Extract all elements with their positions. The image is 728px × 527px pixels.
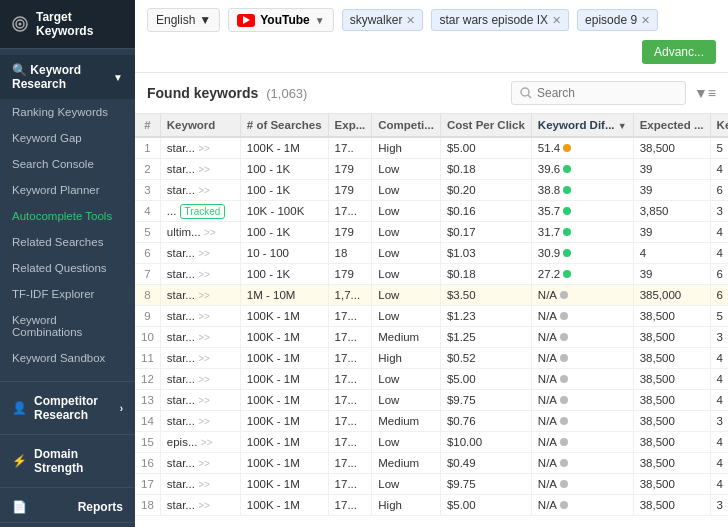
keyword-text: star...	[167, 184, 195, 196]
expand-arrows[interactable]: >>	[198, 248, 210, 259]
tag-star-wars-ix-close[interactable]: ✕	[552, 15, 561, 26]
filter-icon[interactable]: ▼≡	[694, 85, 716, 101]
source-dropdown-arrow: ▼	[315, 15, 325, 26]
expand-arrows[interactable]: >>	[198, 416, 210, 427]
expand-arrows[interactable]: >>	[198, 395, 210, 406]
sidebar-item-related-questions[interactable]: Related Questions	[0, 255, 135, 281]
cell-cpc: $3.50	[440, 285, 531, 306]
kd-dot	[560, 333, 568, 341]
cell-cpc: $5.00	[440, 137, 531, 159]
expand-arrows[interactable]: >>	[198, 311, 210, 322]
cell-comp: High	[372, 137, 441, 159]
expand-arrows[interactable]: >>	[198, 374, 210, 385]
cell-kd: 39.6	[531, 159, 633, 180]
col-header-cpc[interactable]: Cost Per Click	[440, 114, 531, 137]
expand-arrows[interactable]: >>	[198, 479, 210, 490]
expand-arrows[interactable]: >>	[198, 290, 210, 301]
keyword-text: star...	[167, 457, 195, 469]
cell-exp: 179	[328, 180, 372, 201]
expand-arrows[interactable]: >>	[198, 143, 210, 154]
sidebar-section-label: 🔍 Keyword Research	[12, 63, 106, 91]
keyword-combinations-label: Keyword Combinations	[12, 314, 123, 338]
cell-searches: 100K - 1M	[240, 453, 328, 474]
table-row: 9 star... >> 100K - 1M 17... Low $1.23 N…	[135, 306, 728, 327]
col-header-expected[interactable]: Expected ...	[633, 114, 710, 137]
cell-keyword: star... >>	[160, 159, 240, 180]
cell-cpc: $0.76	[440, 411, 531, 432]
expand-arrows[interactable]: >>	[201, 437, 213, 448]
keywords-table-wrap: # Keyword # of Searches Exp... Competi..…	[135, 114, 728, 527]
expand-arrows[interactable]: >>	[198, 332, 210, 343]
source-selector[interactable]: YouTube ▼	[228, 8, 333, 32]
table-row: 3 star... >> 100 - 1K 179 Low $0.20 38.8…	[135, 180, 728, 201]
cell-comp: Low	[372, 432, 441, 453]
sidebar-section-reports[interactable]: 📄 Reports	[0, 492, 135, 522]
sidebar-section-competitor-research[interactable]: 👤 Competitor Research ›	[0, 386, 135, 430]
sidebar-item-ranking-keywords[interactable]: Ranking Keywords	[0, 99, 135, 125]
cell-kd: 51.4	[531, 137, 633, 159]
col-header-kd[interactable]: Keyword Dif... ▼	[531, 114, 633, 137]
keyword-text: ultim...	[167, 226, 201, 238]
expand-arrows[interactable]: >>	[198, 500, 210, 511]
advance-button[interactable]: Advanc...	[642, 40, 716, 64]
cell-keyword: star... >>	[160, 390, 240, 411]
cell-exp: 179	[328, 159, 372, 180]
cell-expected: 4	[633, 243, 710, 264]
sidebar-section-domain-strength[interactable]: ⚡ Domain Strength	[0, 439, 135, 483]
expand-arrows[interactable]: >>	[198, 164, 210, 175]
svg-line-4	[528, 95, 531, 98]
search-box[interactable]	[511, 81, 686, 105]
tag-skywalker[interactable]: skywalker ✕	[342, 9, 424, 31]
tag-episode-9[interactable]: episode 9 ✕	[577, 9, 658, 31]
cell-exp: 179	[328, 264, 372, 285]
sidebar-item-autocomplete-tools[interactable]: Autocomplete Tools	[0, 203, 135, 229]
cell-cpc: $0.20	[440, 180, 531, 201]
sidebar-item-tf-idf-explorer[interactable]: TF-IDF Explorer	[0, 281, 135, 307]
col-header-comp[interactable]: Competi...	[372, 114, 441, 137]
cell-keyword: ... Tracked	[160, 201, 240, 222]
expand-arrows[interactable]: >>	[204, 227, 216, 238]
expand-arrows[interactable]: >>	[198, 269, 210, 280]
sidebar-item-keyword-planner[interactable]: Keyword Planner	[0, 177, 135, 203]
expand-arrows[interactable]: >>	[198, 185, 210, 196]
search-input[interactable]	[537, 86, 677, 100]
cell-num: 13	[135, 390, 160, 411]
sidebar-item-no-running-tasks: No running tasks	[0, 523, 135, 527]
tag-star-wars-ix[interactable]: star wars episode IX ✕	[431, 9, 569, 31]
cell-comp: Low	[372, 201, 441, 222]
cell-cpc: $0.18	[440, 159, 531, 180]
col-header-exp[interactable]: Exp...	[328, 114, 372, 137]
cell-kl: 4	[710, 369, 728, 390]
sidebar-item-keyword-sandbox[interactable]: Keyword Sandbox	[0, 345, 135, 371]
tag-skywalker-close[interactable]: ✕	[406, 15, 415, 26]
cell-exp: 179	[328, 222, 372, 243]
cell-comp: Low	[372, 390, 441, 411]
cell-exp: 17...	[328, 369, 372, 390]
language-label: English	[156, 13, 195, 27]
keyword-text: star...	[167, 394, 195, 406]
cell-kd: N/A	[531, 348, 633, 369]
sidebar-item-keyword-combinations[interactable]: Keyword Combinations	[0, 307, 135, 345]
cell-cpc: $1.25	[440, 327, 531, 348]
expand-arrows[interactable]: >>	[198, 353, 210, 364]
sidebar-item-keyword-gap[interactable]: Keyword Gap	[0, 125, 135, 151]
table-row: 13 star... >> 100K - 1M 17... Low $9.75 …	[135, 390, 728, 411]
cell-kl: 3	[710, 495, 728, 516]
tracked-badge: Tracked	[180, 204, 226, 219]
cell-cpc: $9.75	[440, 390, 531, 411]
col-header-keyword[interactable]: Keyword	[160, 114, 240, 137]
topbar: English ▼ YouTube ▼ skywalker ✕ star war…	[135, 0, 728, 73]
cell-cpc: $0.17	[440, 222, 531, 243]
tag-episode-9-close[interactable]: ✕	[641, 15, 650, 26]
cell-kd: 27.2	[531, 264, 633, 285]
table-row: 17 star... >> 100K - 1M 17... Low $9.75 …	[135, 474, 728, 495]
language-selector[interactable]: English ▼	[147, 8, 220, 32]
target-icon	[12, 16, 28, 32]
sidebar-section-keyword-research[interactable]: 🔍 Keyword Research ▼	[0, 55, 135, 99]
table-row: 14 star... >> 100K - 1M 17... Medium $0.…	[135, 411, 728, 432]
col-header-searches[interactable]: # of Searches	[240, 114, 328, 137]
expand-arrows[interactable]: >>	[198, 458, 210, 469]
col-header-kl[interactable]: Keyword Le...	[710, 114, 728, 137]
sidebar-item-search-console[interactable]: Search Console	[0, 151, 135, 177]
sidebar-item-related-searches[interactable]: Related Searches	[0, 229, 135, 255]
